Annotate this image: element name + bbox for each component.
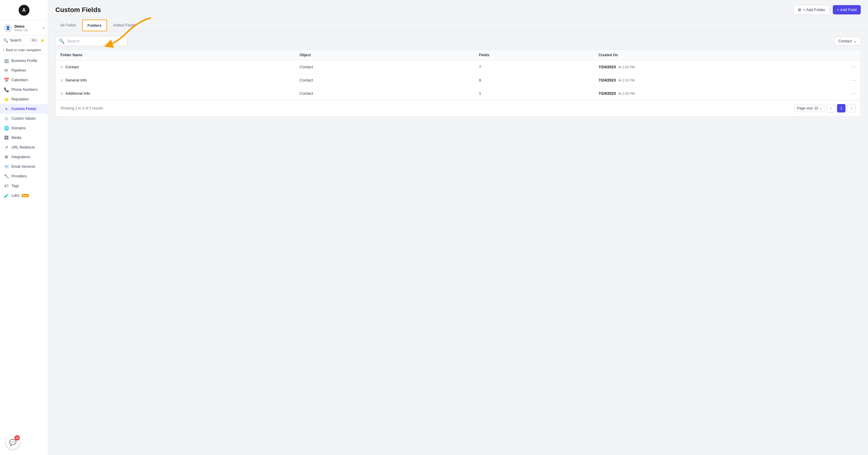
back-arrow-icon: ‹ [3,48,4,52]
sidebar-item-phone-numbers[interactable]: 📞 Phone Numbers [0,85,48,94]
table-controls: 🔍 Contact ⌄ [55,36,861,46]
sidebar-item-media[interactable]: 🖼 Media [0,133,48,143]
col-header-folder-name: Folder Name [60,53,300,57]
cell-created-on: 7/24/2023 At 2:03 PM [598,78,838,82]
account-location: Irvine, CA [14,29,40,32]
pagination: Page size 10 ⌄ ‹ 1 › [794,104,856,113]
sidebar-item-custom-fields[interactable]: ≡ Custom Fields [0,104,48,114]
email-icon: 📧 [4,164,9,169]
add-folder-icon: ⊞ [798,7,801,12]
cell-more-actions[interactable]: ⋯ [838,77,856,83]
sidebar-item-label: Email Services [11,164,35,169]
lightning-icon: ⚡ [40,38,45,43]
chevron-down-icon: ⌄ [854,39,857,43]
content-area: 🔍 Contact ⌄ Folder Name Object Fields Cr… [48,31,868,455]
search-input-wrap[interactable]: 🔍 [55,36,127,46]
cell-created-on: 7/24/2023 At 2:03 PM [598,91,838,96]
cell-fields: 8 [479,78,598,82]
url-redirects-icon: ↗ [4,145,9,150]
sidebar-item-business-profile[interactable]: 🏢 Business Profile [0,56,48,66]
sidebar-item-label: Providers [11,174,27,178]
sidebar-item-tags[interactable]: 🏷 Tags [0,181,48,191]
table-footer: Showing 1 to 3 of 3 results Page size 10… [56,100,861,116]
sidebar-item-integrations[interactable]: ⚙ Integrations [0,152,48,162]
sidebar-item-providers[interactable]: 🔧 Providers [0,172,48,181]
reputation-icon: ⭐ [4,97,9,102]
cell-object: Contact [300,78,479,82]
custom-values-icon: ◇ [4,116,9,121]
cell-folder-name: ≡ Additional Info [60,91,300,96]
labs-new-badge: new [22,194,29,197]
page-header: Custom Fields ⊞ + Add Folder + Add Field [48,0,868,20]
search-icon: 🔍 [3,38,8,43]
nav-items: 🏢 Business Profile ⟳ Pipelines 📅 Calenda… [0,55,48,455]
page-size-chevron: ⌄ [819,106,822,110]
sidebar: A 👤 Demo Irvine, CA ▾ 🔍 Search ⌘K ⚡ ‹ Ba… [0,0,48,455]
labs-icon: 🧪 [4,193,9,198]
main-content: Custom Fields ⊞ + Add Folder + Add Field… [48,0,868,455]
row-drag-icon: ≡ [60,91,63,96]
data-table: Folder Name Object Fields Created On ≡ C… [55,50,861,116]
sidebar-logo: A [0,0,48,21]
domains-icon: 🌐 [4,126,9,130]
sidebar-item-pipelines[interactable]: ⟳ Pipelines [0,66,48,75]
table-row: ≡ Additional Info Contact 1 7/24/2023 At… [56,87,861,100]
sidebar-item-email-services[interactable]: 📧 Email Services [0,162,48,172]
search-shortcut: ⌘K [30,38,38,42]
sidebar-item-label: Pipelines [11,68,26,72]
sidebar-search-bar[interactable]: 🔍 Search ⌘K ⚡ [0,35,48,46]
sidebar-item-label: Integrations [11,155,30,159]
chevron-down-icon: ▾ [43,27,44,30]
page-size-select[interactable]: Page size 10 ⌄ [794,105,825,112]
integrations-icon: ⚙ [4,155,9,159]
sidebar-item-label: Business Profile [11,59,37,63]
sidebar-item-label: Tags [11,184,19,188]
sidebar-item-custom-values[interactable]: ◇ Custom Values [0,114,48,123]
add-folder-button[interactable]: ⊞ + Add Folder [794,5,830,15]
cell-more-actions[interactable]: ⋯ [838,64,856,70]
search-input[interactable] [67,39,124,43]
add-field-button[interactable]: + Add Field [833,5,861,14]
account-selector[interactable]: 👤 Demo Irvine, CA ▾ [0,21,48,35]
sidebar-item-label: Media [11,135,21,140]
calendars-icon: 📅 [4,78,9,82]
tags-icon: 🏷 [4,183,9,188]
col-header-object: Object [300,53,479,57]
col-header-actions [838,53,856,57]
custom-fields-icon: ≡ [4,107,9,111]
sidebar-item-label: Phone Numbers [11,88,38,92]
page-1-button[interactable]: 1 [837,104,845,113]
chat-bubble[interactable]: 💬 10 [6,436,19,449]
next-page-button[interactable]: › [847,104,856,113]
back-to-main-nav[interactable]: ‹ Back to main navigation [0,46,48,55]
cell-more-actions[interactable]: ⋯ [838,91,856,96]
row-drag-icon: ≡ [60,78,63,83]
cell-folder-name: ≡ General Info [60,78,300,83]
tab-added-fields[interactable]: Added Fields [108,20,141,31]
tab-all-fields[interactable]: All Fields [55,20,81,31]
sidebar-item-url-redirects[interactable]: ↗ URL Redirects [0,143,48,152]
cell-fields: 7 [479,65,598,69]
page-size-value: 10 [814,106,818,110]
phone-icon: 📞 [4,87,9,92]
sidebar-item-label: URL Redirects [11,145,35,149]
chat-badge: 10 [14,435,20,441]
sidebar-item-labs[interactable]: 🧪 Labs new [0,191,48,200]
sidebar-item-label: Reputation [11,97,29,101]
table-row: ≡ General Info Contact 8 7/24/2023 At 2:… [56,74,861,87]
page-size-label: Page size [797,106,813,110]
tab-folders[interactable]: Folders [82,20,107,31]
sidebar-item-reputation[interactable]: ⭐ Reputation [0,94,48,104]
sidebar-item-domains[interactable]: 🌐 Domains [0,123,48,133]
prev-page-button[interactable]: ‹ [827,104,835,113]
header-actions: ⊞ + Add Folder + Add Field [794,5,861,15]
search-label: Search [10,38,29,42]
app-avatar: A [19,5,29,16]
filter-dropdown[interactable]: Contact ⌄ [834,37,861,46]
sidebar-item-label: Domains [11,126,26,130]
table-row: ≡ Contact Contact 7 7/24/2023 At 2:03 PM… [56,60,861,74]
sidebar-item-calendars[interactable]: 📅 Calendars [0,75,48,85]
account-info: Demo Irvine, CA [14,24,40,32]
search-icon-table: 🔍 [59,38,65,44]
tabs-bar: All Fields Folders Added Fields [48,20,868,31]
